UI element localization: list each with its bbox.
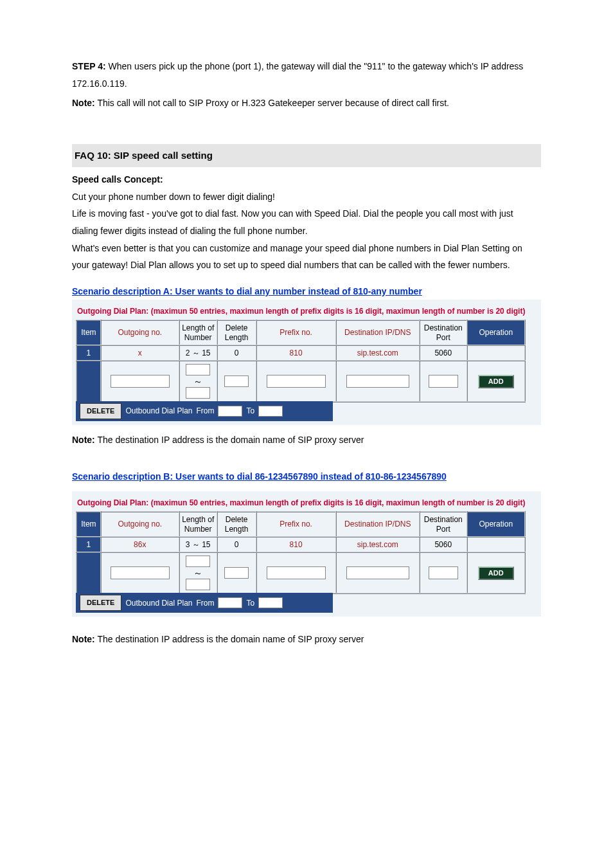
col-dest-ip: Destination IP/DNS bbox=[336, 512, 420, 537]
cell-dest-port: 5060 bbox=[420, 345, 467, 361]
table-header-row: Item Outgoing no. Length of Number Delet… bbox=[76, 320, 525, 345]
cell-dest-ip: sip.test.com bbox=[336, 345, 420, 361]
prefix-input-cell bbox=[256, 361, 336, 402]
scenario-a-note: Note: The destination IP address is the … bbox=[72, 431, 541, 449]
destport-input-cell bbox=[420, 361, 467, 402]
prefix-input[interactable] bbox=[267, 566, 326, 579]
scenario-b-note: Note: The destination IP address is the … bbox=[72, 631, 541, 648]
col-prefix: Prefix no. bbox=[256, 512, 336, 537]
note-text: The destination IP address is the domain… bbox=[95, 634, 364, 644]
destip-input-cell bbox=[336, 552, 420, 593]
col-dest-port: Destination Port bbox=[420, 512, 467, 537]
col-item: Item bbox=[76, 512, 101, 537]
col-length: Length of Number bbox=[179, 320, 217, 345]
faq-p1: Cut your phone number down to fewer digi… bbox=[72, 188, 541, 206]
scenario-a-caption: Outgoing Dial Plan: (maximun 50 entries,… bbox=[77, 306, 536, 317]
col-delete-length: Delete Length bbox=[217, 512, 256, 537]
cell-item-blank bbox=[76, 361, 101, 402]
length-max-input[interactable] bbox=[186, 387, 210, 399]
col-delete-length: Delete Length bbox=[217, 320, 256, 345]
delete-button[interactable]: DELETE bbox=[80, 403, 121, 419]
length-min-input[interactable] bbox=[186, 556, 210, 567]
delete-button[interactable]: DELETE bbox=[80, 595, 121, 611]
intro-note-line: Note: This call will not call to SIP Pro… bbox=[72, 95, 541, 112]
dialplan-table-a: Item Outgoing no. Length of Number Delet… bbox=[76, 320, 526, 402]
destport-input[interactable] bbox=[429, 566, 458, 579]
from-label: From bbox=[196, 404, 214, 419]
col-length: Length of Number bbox=[179, 512, 217, 537]
faq-heading: FAQ 10: SIP speed call setting bbox=[72, 144, 541, 168]
delete-length-input-cell bbox=[217, 552, 256, 593]
prefix-input-cell bbox=[256, 552, 336, 593]
cell-dest-ip: sip.test.com bbox=[336, 537, 420, 552]
length-input-cell: ～ bbox=[179, 552, 217, 593]
intro-note-label: Note: bbox=[72, 98, 95, 108]
to-input[interactable] bbox=[258, 406, 283, 417]
outgoing-input[interactable] bbox=[111, 566, 170, 579]
from-input[interactable] bbox=[218, 406, 242, 417]
outgoing-input-cell bbox=[101, 552, 179, 593]
cell-item-blank bbox=[76, 552, 101, 593]
col-operation: Operation bbox=[467, 320, 525, 345]
scenario-a-panel: Outgoing Dial Plan: (maximun 50 entries,… bbox=[72, 300, 541, 425]
add-button[interactable]: ADD bbox=[478, 566, 514, 580]
cell-dest-port: 5060 bbox=[420, 537, 467, 552]
scenario-b-caption: Outgoing Dial Plan: (maximun 50 entries,… bbox=[77, 498, 536, 509]
tilde-icon: ～ bbox=[193, 377, 202, 386]
length-input-cell: ～ bbox=[179, 361, 217, 402]
length-max-input[interactable] bbox=[186, 579, 210, 590]
cell-prefix: 810 bbox=[256, 345, 336, 361]
col-prefix: Prefix no. bbox=[256, 320, 336, 345]
dialplan-table-b: Item Outgoing no. Length of Number Delet… bbox=[76, 511, 526, 594]
delete-range-row: DELETE Outbound Dial Plan From To bbox=[76, 401, 333, 421]
cell-op-blank bbox=[467, 537, 525, 552]
destip-input[interactable] bbox=[346, 375, 409, 388]
faq-p2: Life is moving fast - you've got to dial… bbox=[72, 205, 541, 239]
length-min-input[interactable] bbox=[186, 364, 210, 375]
note-label: Note: bbox=[72, 634, 95, 644]
cell-item: 1 bbox=[76, 537, 101, 552]
step4-line: STEP 4: When users pick up the phone (po… bbox=[72, 58, 541, 92]
cell-op-blank bbox=[467, 345, 525, 361]
add-button-cell: ADD bbox=[467, 361, 525, 402]
delete-range-row: DELETE Outbound Dial Plan From To bbox=[76, 593, 333, 613]
col-item: Item bbox=[76, 320, 101, 345]
col-dest-ip: Destination IP/DNS bbox=[336, 320, 420, 345]
outgoing-input[interactable] bbox=[111, 375, 170, 388]
note-label: Note: bbox=[72, 435, 95, 445]
table-header-row: Item Outgoing no. Length of Number Delet… bbox=[76, 512, 525, 537]
col-outgoing: Outgoing no. bbox=[101, 320, 179, 345]
to-label: To bbox=[246, 404, 254, 419]
destip-input-cell bbox=[336, 361, 420, 402]
add-button-cell: ADD bbox=[467, 552, 525, 593]
to-label: To bbox=[246, 596, 254, 611]
destip-input[interactable] bbox=[346, 566, 409, 579]
from-label: From bbox=[196, 596, 214, 611]
delete-length-input[interactable] bbox=[224, 567, 249, 579]
cell-item: 1 bbox=[76, 345, 101, 361]
cell-delete-length: 0 bbox=[217, 537, 256, 552]
col-outgoing: Outgoing no. bbox=[101, 512, 179, 537]
tilde-icon: ～ bbox=[193, 568, 202, 577]
table-row: 1 86x 3 ～ 15 0 810 sip.test.com 5060 bbox=[76, 537, 525, 552]
to-input[interactable] bbox=[258, 597, 283, 608]
table-row: 1 x 2 ～ 15 0 810 sip.test.com 5060 bbox=[76, 345, 525, 361]
speed-concept-title: Speed calls Concept: bbox=[72, 171, 541, 188]
destport-input[interactable] bbox=[429, 375, 458, 388]
delete-length-input[interactable] bbox=[224, 375, 249, 387]
outbound-dial-plan-label: Outbound Dial Plan bbox=[125, 404, 192, 419]
cell-length: 3 ～ 15 bbox=[179, 537, 217, 552]
step4-label: STEP 4: bbox=[72, 61, 106, 71]
col-dest-port: Destination Port bbox=[420, 320, 467, 345]
scenario-a-title: Scenario description A: User wants to di… bbox=[72, 283, 541, 300]
col-operation: Operation bbox=[467, 512, 525, 537]
step4-text: When users pick up the phone (port 1), t… bbox=[72, 61, 523, 89]
intro-note-text: This call will not call to SIP Proxy or … bbox=[95, 98, 449, 108]
faq-p3: What's even better is that you can custo… bbox=[72, 240, 541, 274]
cell-outgoing: 86x bbox=[101, 537, 179, 552]
add-button[interactable]: ADD bbox=[478, 375, 514, 388]
from-input[interactable] bbox=[218, 597, 242, 608]
prefix-input[interactable] bbox=[267, 375, 326, 388]
table-input-row: ～ ADD bbox=[76, 361, 525, 402]
delete-length-input-cell bbox=[217, 361, 256, 402]
